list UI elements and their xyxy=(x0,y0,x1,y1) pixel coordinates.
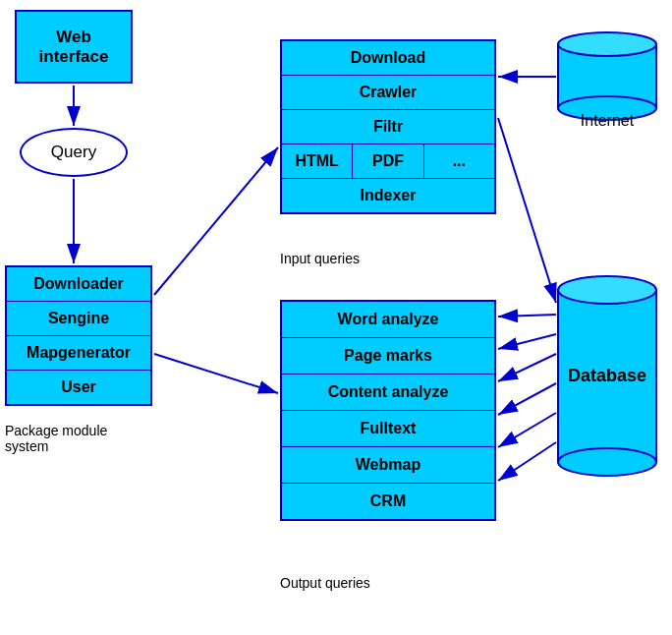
package-row-downloader: Downloader xyxy=(7,267,150,302)
arrow-package-to-output xyxy=(154,354,278,393)
input-cell-pdf: PDF xyxy=(353,144,423,178)
internet-cylinder-bottom xyxy=(558,96,656,120)
output-row-page: Page marks xyxy=(282,338,494,375)
arrow-db-to-fulltext xyxy=(498,383,556,415)
arrow-db-to-webmap xyxy=(498,413,556,447)
output-row-crm: CRM xyxy=(282,484,494,519)
internet-cylinder-top xyxy=(558,32,656,56)
input-queries-label: Input queries xyxy=(280,251,360,266)
arrow-package-to-input xyxy=(154,147,278,295)
output-row-word: Word analyze xyxy=(282,302,494,338)
input-cell-dots: ... xyxy=(424,144,494,178)
package-row-sengine: Sengine xyxy=(7,302,150,336)
output-queries-box: Word analyze Page marks Content analyze … xyxy=(280,300,496,521)
input-queries-box: Download Crawler Filtr HTML PDF ... Inde… xyxy=(280,39,496,214)
database-cylinder-bottom xyxy=(558,448,656,476)
arrow-db-to-crm xyxy=(498,442,556,481)
package-row-user: User xyxy=(7,371,150,404)
query-label: Query xyxy=(51,143,96,162)
input-row-download: Download xyxy=(282,41,494,76)
package-row-mapgenerator: Mapgenerator xyxy=(7,336,150,371)
input-row-split: HTML PDF ... xyxy=(282,144,494,179)
database-cylinder-top xyxy=(558,276,656,304)
internet-cylinder-body xyxy=(558,44,656,108)
output-row-fulltext: Fulltext xyxy=(282,411,494,447)
package-module-box: Downloader Sengine Mapgenerator User xyxy=(5,265,152,406)
web-interface-box: Web interface xyxy=(15,10,133,84)
input-cell-html: HTML xyxy=(282,144,353,178)
database-text: Database xyxy=(568,366,646,385)
query-ellipse: Query xyxy=(20,128,128,177)
internet-text: Internet xyxy=(581,112,635,129)
arrow-input-to-db xyxy=(498,118,556,303)
input-row-crawler: Crawler xyxy=(282,76,494,110)
package-module-label: Package modulesystem xyxy=(5,423,107,454)
database-cylinder-body xyxy=(558,290,656,462)
output-row-webmap: Webmap xyxy=(282,447,494,484)
arrow-db-to-page xyxy=(498,334,556,349)
input-row-filtr: Filtr xyxy=(282,110,494,144)
input-row-indexer: Indexer xyxy=(282,179,494,212)
output-row-content: Content analyze xyxy=(282,375,494,411)
arrow-db-to-content xyxy=(498,354,556,381)
arrow-db-to-word xyxy=(498,315,556,317)
web-interface-label: Web interface xyxy=(39,28,109,67)
diagram: Web interface Query Downloader Sengine M… xyxy=(0,0,672,635)
output-queries-label: Output queries xyxy=(280,575,370,591)
